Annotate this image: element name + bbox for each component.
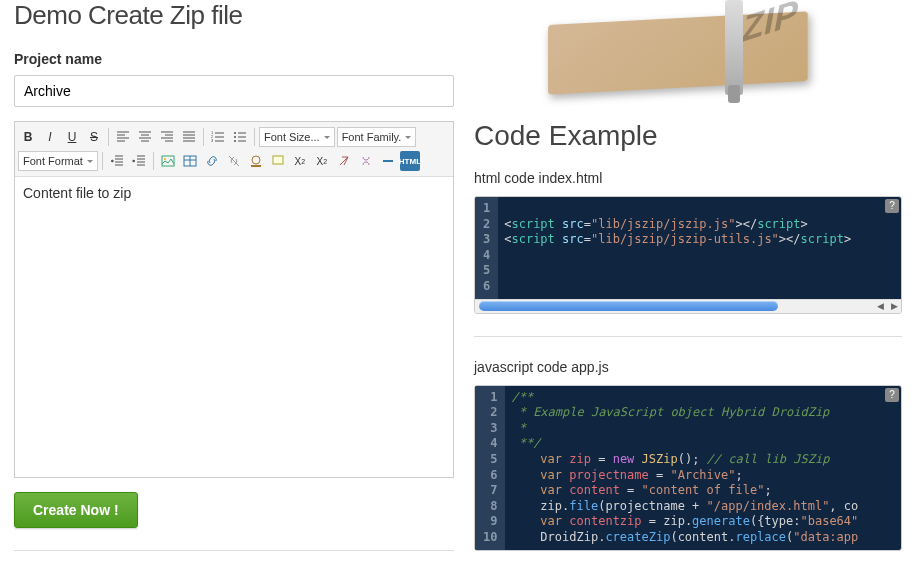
- align-center-button[interactable]: [135, 127, 155, 147]
- color-button[interactable]: [246, 151, 266, 171]
- divider: [474, 336, 902, 337]
- js-code-label: javascript code app.js: [474, 359, 902, 375]
- image-button[interactable]: [158, 151, 178, 171]
- align-right-button[interactable]: [157, 127, 177, 147]
- scroll-thumb[interactable]: [479, 301, 778, 311]
- align-left-button[interactable]: [113, 127, 133, 147]
- superscript-button[interactable]: X2: [312, 151, 332, 171]
- unordered-list-button[interactable]: [230, 127, 250, 147]
- svg-point-9: [252, 156, 260, 164]
- project-name-input[interactable]: [14, 75, 454, 107]
- background-button[interactable]: [268, 151, 288, 171]
- zip-box-illustration: ZIP: [518, 0, 858, 100]
- page-title: Demo Create Zip file: [14, 0, 454, 31]
- svg-rect-10: [251, 165, 261, 167]
- rich-text-editor: B I U S 123 Font Size... Font Family.: [14, 121, 454, 478]
- ordered-list-button[interactable]: 123: [208, 127, 228, 147]
- editor-toolbar: B I U S 123 Font Size... Font Family.: [15, 122, 453, 177]
- help-icon[interactable]: ?: [885, 199, 899, 213]
- subscript-button[interactable]: X2: [290, 151, 310, 171]
- font-family-select[interactable]: Font Family.: [337, 127, 417, 147]
- svg-text:3: 3: [211, 138, 214, 143]
- help-icon[interactable]: ?: [885, 388, 899, 402]
- svg-point-5: [234, 140, 236, 142]
- code-example-title: Code Example: [474, 120, 902, 152]
- svg-point-3: [234, 132, 236, 134]
- js-code-block: ? 12345678910 /** * Example JavaScript o…: [474, 385, 902, 551]
- html-code-block: ? 123456 <script src="lib/jszip/jszip.js…: [474, 196, 902, 314]
- svg-rect-11: [273, 156, 283, 164]
- underline-button[interactable]: U: [62, 127, 82, 147]
- indent-button[interactable]: [129, 151, 149, 171]
- editor-content-area[interactable]: Content file to zip: [15, 177, 453, 477]
- font-size-select[interactable]: Font Size...: [259, 127, 335, 147]
- unlink-button[interactable]: [224, 151, 244, 171]
- scroll-left-icon[interactable]: ◀: [873, 299, 887, 313]
- italic-button[interactable]: I: [40, 127, 60, 147]
- project-name-label: Project name: [14, 51, 454, 67]
- strike-button[interactable]: S: [84, 127, 104, 147]
- clear-format-button[interactable]: [334, 151, 354, 171]
- hr-button[interactable]: [378, 151, 398, 171]
- font-format-select[interactable]: Font Format: [18, 151, 98, 171]
- html-button[interactable]: HTML: [400, 151, 420, 171]
- bold-button[interactable]: B: [18, 127, 38, 147]
- code-scrollbar[interactable]: ◀ ▶: [475, 299, 901, 313]
- link-button[interactable]: [202, 151, 222, 171]
- divider: [14, 550, 454, 551]
- svg-point-7: [164, 158, 166, 160]
- html-code-label: html code index.html: [474, 170, 902, 186]
- table-button[interactable]: [180, 151, 200, 171]
- doc-reference-title: Doc Reference JSZip: [14, 573, 454, 578]
- align-justify-button[interactable]: [179, 127, 199, 147]
- outdent-button[interactable]: [107, 151, 127, 171]
- scroll-right-icon[interactable]: ▶: [887, 299, 901, 313]
- special-char-button[interactable]: [356, 151, 376, 171]
- svg-point-4: [234, 136, 236, 138]
- create-now-button[interactable]: Create Now !: [14, 492, 138, 528]
